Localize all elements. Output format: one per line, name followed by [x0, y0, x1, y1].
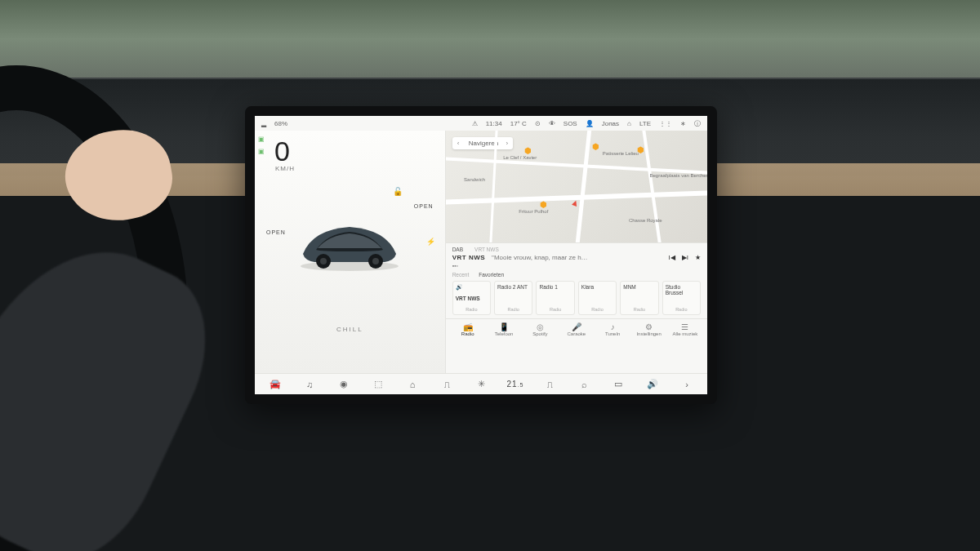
source-icon: 📻 [452, 322, 483, 331]
car-illustration[interactable]: 🔓 ⚡ OPEN OPEN [263, 180, 437, 303]
preset-name: Radio 1 [539, 284, 571, 290]
poi-pin-icon[interactable]: ⬢ [524, 146, 532, 155]
drive-panel: ▣ ▣ 0 KM/H 🔓 ⚡ OPEN OPEN [255, 131, 445, 373]
profile-icon[interactable]: 👤 [586, 120, 594, 127]
source-caraoke[interactable]: 🎤Caraoke [561, 322, 592, 336]
preset-name: Klara [581, 284, 613, 290]
preset-card[interactable]: MNMRadio [620, 281, 658, 315]
phone-icon[interactable]: ⌕ [568, 380, 599, 389]
favourite-star-icon[interactable]: ★ [695, 254, 701, 261]
sos-button[interactable]: SOS [564, 120, 577, 127]
temp-frac: .5 [518, 382, 524, 388]
road [576, 131, 591, 242]
preset-sub: Radio [539, 307, 571, 312]
svg-point-0 [301, 261, 399, 271]
source-radio[interactable]: 📻Radio [452, 322, 483, 336]
preset-name: VRT NWS [456, 295, 488, 301]
poi-label: Sandwich [464, 177, 485, 182]
source-icon: ♪ [597, 322, 628, 331]
defrost-front-icon[interactable]: ⌂ [397, 380, 428, 389]
airbag-icon: ⚠ [472, 120, 478, 127]
preset-sub: Radio [456, 307, 488, 312]
poi-label: Patisserie Lelieu [603, 151, 639, 156]
homelink-icon[interactable]: ⌂ [627, 120, 631, 127]
source-tunein[interactable]: ♪TuneIn [597, 322, 628, 336]
preset-card[interactable]: Radio 1Radio [536, 281, 574, 315]
media-sources: 📻Radio📱Telefoon◎Spotify🎤Caraoke♪TuneIn⚙I… [446, 318, 707, 338]
drive-mode: CHILL [263, 326, 437, 333]
preset-name: MNM [623, 284, 655, 290]
music-icon[interactable]: ♫ [294, 380, 325, 389]
main-area: ▣ ▣ 0 KM/H 🔓 ⚡ OPEN OPEN [255, 131, 707, 373]
door-left-label: OPEN [266, 229, 286, 235]
door-open-icon: ▣ [258, 148, 265, 155]
source-instellingen[interactable]: ⚙Instellingen [634, 322, 665, 336]
charge-icon[interactable]: ⚡ [426, 238, 435, 246]
preset-card[interactable]: KlaraRadio [578, 281, 617, 315]
poi-label: Chasse Royale [629, 218, 662, 223]
tab-recent[interactable]: Recent [452, 272, 470, 278]
nav-search[interactable]: Navigeren [452, 137, 513, 149]
source-icon: 🎤 [561, 322, 592, 331]
next-track-icon[interactable]: ▶I [682, 254, 688, 261]
source-label: Telefoon [495, 331, 514, 336]
rear-camera-icon[interactable]: ▭ [603, 379, 634, 389]
sentry-icon[interactable]: 👁 [549, 120, 555, 127]
battery-pct: 68% [274, 120, 287, 127]
preset-sub: Radio [497, 307, 529, 312]
preset-sub: Radio [623, 307, 655, 312]
media-panel: DAB VRT NWS VRT NWS "Mooie vrouw, knap, … [446, 242, 707, 270]
car-settings-icon[interactable]: 🚘 [260, 379, 291, 389]
profile-name[interactable]: Jonas [602, 120, 619, 127]
volume-icon[interactable]: 🔊 [637, 379, 668, 389]
quick-controls-icon[interactable]: ◉ [328, 379, 359, 389]
more-icon[interactable]: › [671, 380, 702, 389]
preset-name: Studio Brussel [666, 284, 697, 295]
preset-card[interactable]: Radio 2 ANTRadio [494, 281, 532, 315]
clock: 11:34 [486, 120, 502, 127]
bottom-dock: 🚘 ♫ ◉ ⬚ ⌂ ⎍ ✳ 21.5 ⎍ ⌕ ▭ 🔊 › [255, 373, 707, 394]
now-playing: VRT NWS "Mooie vrouw, knap, maar ze h… I… [452, 254, 701, 261]
tab-favorieten[interactable]: Favorieten [479, 272, 504, 278]
battery-icon: ▂ [261, 120, 266, 127]
preset-sub: Radio [581, 307, 613, 312]
drive-status-icons: ▣ ▣ [258, 136, 265, 155]
prev-track-icon[interactable]: I◀ [669, 254, 675, 261]
tab-dab[interactable]: DAB [452, 247, 463, 252]
poi-pin-icon[interactable]: ⬢ [592, 142, 599, 151]
source-label: Spotify [532, 331, 547, 336]
fan-icon[interactable]: ✳ [466, 379, 497, 389]
source-label: Instellingen [636, 331, 661, 336]
tab-station[interactable]: VRT NWS [474, 247, 499, 252]
seat-heat-right-icon[interactable]: ⎍ [534, 380, 565, 389]
network-badge: LTE [639, 120, 651, 127]
cabin-temp[interactable]: 21.5 [500, 380, 531, 389]
source-alle muziek[interactable]: ☰Alle muziek [670, 322, 701, 336]
center-touchscreen: ▂ 68% ⚠ 11:34 17° C ⊙ 👁 SOS 👤 Jonas ⌂ LT… [245, 106, 717, 404]
signal-icon: ▪▪▫ [452, 263, 701, 269]
defrost-rear-icon[interactable]: ⬚ [363, 379, 394, 389]
source-icon: 📱 [488, 322, 519, 331]
dashcam-icon[interactable]: ⊙ [535, 120, 541, 127]
source-icon: ◎ [524, 322, 555, 331]
preset-card[interactable]: VRT NWSRadio [452, 281, 491, 315]
source-label: TuneIn [605, 331, 620, 336]
media-band-tabs: DAB VRT NWS [452, 247, 701, 252]
svg-point-2 [320, 258, 327, 264]
station-name: VRT NWS [452, 254, 485, 261]
lock-icon[interactable]: 🔓 [393, 187, 403, 196]
svg-point-4 [372, 258, 379, 264]
speed-value: 0 [274, 137, 437, 165]
map-view[interactable]: Navigeren ⬢ ⬢ ⬢ ⬢ Le Clef / Xavier Sandw… [446, 131, 707, 242]
source-telefoon[interactable]: 📱Telefoon [488, 322, 519, 336]
info-icon[interactable]: ⓘ [694, 119, 701, 128]
preset-card[interactable]: Studio BrusselRadio [662, 281, 701, 315]
wifi-icon[interactable]: ⋮⋮ [659, 120, 672, 127]
poi-label: Le Clef / Xavier [503, 155, 537, 160]
status-bar: ▂ 68% ⚠ 11:34 17° C ⊙ 👁 SOS 👤 Jonas ⌂ LT… [255, 116, 707, 131]
source-spotify[interactable]: ◎Spotify [524, 322, 555, 336]
seat-heat-left-icon[interactable]: ⎍ [431, 380, 462, 389]
bluetooth-icon[interactable]: ∗ [680, 120, 686, 127]
speed-unit: KM/H [275, 165, 437, 172]
poi-pin-icon[interactable]: ⬢ [540, 200, 547, 209]
